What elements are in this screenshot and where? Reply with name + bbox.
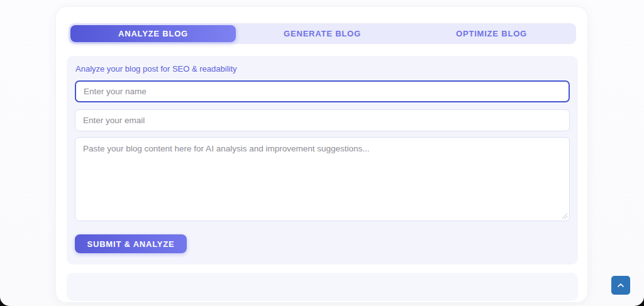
page-background: ANALYZE BLOG GENERATE BLOG OPTIMIZE BLOG…: [0, 0, 644, 306]
scroll-to-top-button[interactable]: [611, 276, 630, 295]
name-input[interactable]: [75, 80, 570, 102]
tab-bar: ANALYZE BLOG GENERATE BLOG OPTIMIZE BLOG: [69, 23, 576, 44]
form-heading: Analyze your blog post for SEO & readabi…: [75, 64, 570, 74]
tab-optimize-blog[interactable]: OPTIMIZE BLOG: [407, 23, 576, 44]
blog-content-textarea[interactable]: [75, 137, 570, 221]
analyze-form-panel: Analyze your blog post for SEO & readabi…: [67, 56, 578, 265]
blog-content-wrap: [75, 137, 570, 221]
results-placeholder-panel: [67, 273, 578, 301]
chevron-up-icon: [616, 280, 626, 290]
blog-tool-card: ANALYZE BLOG GENERATE BLOG OPTIMIZE BLOG…: [55, 6, 588, 303]
tab-generate-blog[interactable]: GENERATE BLOG: [238, 23, 407, 44]
tab-analyze-blog[interactable]: ANALYZE BLOG: [70, 25, 236, 42]
submit-analyze-button[interactable]: SUBMIT & ANALYZE: [75, 234, 187, 253]
email-input[interactable]: [75, 109, 570, 131]
